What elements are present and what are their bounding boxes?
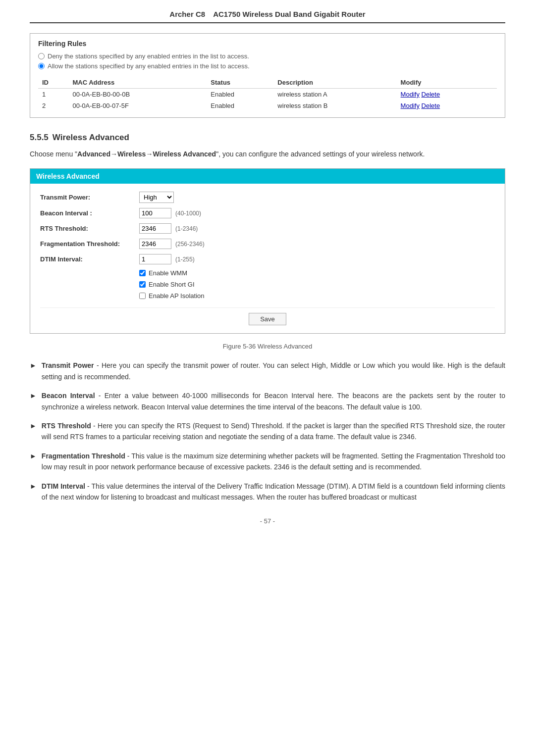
form-row-beacon: Beacon Interval : (40-1000) — [40, 208, 495, 218]
bullet-text: Beacon Interval - Enter a value between … — [42, 390, 505, 412]
page-number: - 57 - — [30, 517, 505, 525]
checkbox-row-short-gi: Enable Short GI — [40, 281, 495, 288]
label-rts: RTS Threshold: — [40, 225, 139, 232]
hint-frag: (256-2346) — [175, 241, 205, 248]
page-header: Archer C8 AC1750 Wireless Dual Band Giga… — [30, 10, 505, 23]
bullet-arrow: ► — [30, 360, 37, 371]
radio-option-allow[interactable]: Allow the stations specified by any enab… — [38, 62, 497, 70]
bullet-text: RTS Threshold - Here you can specify the… — [42, 420, 505, 443]
radio-option-deny[interactable]: Deny the stations specified by any enabl… — [38, 52, 497, 60]
bullet-term: Fragmentation Threshold — [42, 452, 125, 460]
intro-paragraph: Choose menu "Advanced→Wireless→Wireless … — [30, 149, 505, 159]
delete-link[interactable]: Delete — [422, 91, 440, 98]
input-frag[interactable] — [139, 239, 171, 249]
radio-allow-label: Allow the stations specified by any enab… — [48, 62, 250, 70]
form-row-transmit-power: Transmit Power: High Middle Low — [40, 192, 495, 203]
cell-modify: Modify Delete — [397, 100, 497, 111]
checkbox-wmm[interactable] — [139, 270, 146, 276]
label-short-gi: Enable Short GI — [149, 281, 195, 288]
control-dtim: (1-255) — [139, 254, 195, 264]
list-item: ► RTS Threshold - Here you can specify t… — [30, 420, 505, 443]
cell-description: wireless station B — [273, 100, 396, 111]
checkbox-row-wmm: Enable WMM — [40, 269, 495, 277]
filtering-rules-box: Filtering Rules Deny the stations specif… — [30, 33, 505, 118]
wireless-advanced-content: Transmit Power: High Middle Low Beacon I… — [30, 184, 505, 333]
select-transmit-power[interactable]: High Middle Low — [139, 192, 174, 203]
save-button[interactable]: Save — [249, 313, 286, 325]
list-item: ► Fragmentation Threshold - This value i… — [30, 451, 505, 473]
checkbox-row-ap-isolation: Enable AP Isolation — [40, 292, 495, 300]
col-mac: MAC Address — [68, 77, 207, 89]
cell-id: 1 — [38, 89, 68, 101]
cell-description: wireless station A — [273, 89, 396, 101]
bullet-text: Fragmentation Threshold - This value is … — [42, 451, 505, 473]
label-wmm: Enable WMM — [149, 269, 187, 277]
section-title: Wireless Advanced — [53, 133, 129, 143]
figure-caption: Figure 5-36 Wireless Advanced — [30, 343, 505, 350]
modify-link[interactable]: Modify — [401, 91, 420, 98]
label-beacon: Beacon Interval : — [40, 209, 139, 217]
hint-beacon: (40-1000) — [175, 210, 201, 217]
delete-link[interactable]: Delete — [422, 102, 440, 109]
col-modify: Modify — [397, 77, 497, 89]
bullet-term: Beacon Interval — [42, 392, 95, 400]
cell-mac: 00-0A-EB-B0-00-0B — [68, 89, 207, 101]
input-beacon[interactable] — [139, 208, 171, 218]
bullet-arrow: ► — [30, 420, 37, 431]
save-row: Save — [40, 307, 495, 325]
bullet-text: DTIM Interval - This value determines th… — [42, 481, 505, 503]
cell-status: Enabled — [207, 100, 273, 111]
input-rts[interactable] — [139, 223, 171, 234]
cell-mac: 00-0A-EB-00-07-5F — [68, 100, 207, 111]
input-dtim[interactable] — [139, 254, 171, 264]
label-frag: Fragmentation Threshold: — [40, 240, 139, 248]
filtering-rules-title: Filtering Rules — [38, 40, 497, 48]
bullet-text: Transmit Power - Here you can specify th… — [42, 360, 505, 382]
bullet-arrow: ► — [30, 481, 37, 492]
radio-deny-label: Deny the stations specified by any enabl… — [48, 52, 249, 60]
bullet-term: Transmit Power — [42, 361, 94, 369]
form-row-dtim: DTIM Interval: (1-255) — [40, 254, 495, 264]
list-item: ► Transmit Power - Here you can specify … — [30, 360, 505, 382]
control-rts: (1-2346) — [139, 223, 198, 234]
product-name: AC1750 Wireless Dual Band Gigabit Router — [213, 10, 365, 18]
bullet-arrow: ► — [30, 451, 37, 461]
section-number: 5.5.5 — [30, 133, 49, 143]
bullet-term: DTIM Interval — [42, 482, 85, 490]
col-description: Description — [273, 77, 396, 89]
cell-status: Enabled — [207, 89, 273, 101]
checkbox-ap-isolation[interactable] — [139, 293, 146, 299]
list-item: ► DTIM Interval - This value determines … — [30, 481, 505, 503]
hint-dtim: (1-255) — [175, 256, 195, 263]
col-status: Status — [207, 77, 273, 89]
bullet-term: RTS Threshold — [42, 422, 91, 430]
checkbox-short-gi[interactable] — [139, 281, 146, 288]
table-row: 2 00-0A-EB-00-07-5F Enabled wireless sta… — [38, 100, 497, 111]
label-ap-isolation: Enable AP Isolation — [149, 292, 205, 300]
list-item: ► Beacon Interval - Enter a value betwee… — [30, 390, 505, 412]
model-name: Archer C8 — [169, 10, 205, 18]
header-title: Archer C8 AC1750 Wireless Dual Band Giga… — [169, 10, 365, 18]
wireless-advanced-panel: Wireless Advanced Transmit Power: High M… — [30, 168, 505, 334]
menu-path: Advanced→Wireless→Wireless Advanced — [77, 150, 216, 158]
col-id: ID — [38, 77, 68, 89]
section-heading-wrapper: 5.5.5 Wireless Advanced — [30, 133, 505, 143]
wireless-advanced-header: Wireless Advanced — [30, 169, 505, 184]
form-row-frag: Fragmentation Threshold: (256-2346) — [40, 239, 495, 249]
label-dtim: DTIM Interval: — [40, 255, 139, 263]
cell-id: 2 — [38, 100, 68, 111]
filter-table: ID MAC Address Status Description Modify… — [38, 77, 497, 111]
cell-modify: Modify Delete — [397, 89, 497, 101]
radio-deny[interactable] — [38, 53, 45, 59]
control-frag: (256-2346) — [139, 239, 205, 249]
label-transmit-power: Transmit Power: — [40, 194, 139, 201]
control-transmit-power: High Middle Low — [139, 192, 174, 203]
form-row-rts: RTS Threshold: (1-2346) — [40, 223, 495, 234]
control-beacon: (40-1000) — [139, 208, 201, 218]
bullet-arrow: ► — [30, 390, 37, 401]
modify-link[interactable]: Modify — [401, 102, 420, 109]
table-row: 1 00-0A-EB-B0-00-0B Enabled wireless sta… — [38, 89, 497, 101]
hint-rts: (1-2346) — [175, 225, 198, 232]
bullet-list: ► Transmit Power - Here you can specify … — [30, 360, 505, 503]
radio-allow[interactable] — [38, 63, 45, 69]
